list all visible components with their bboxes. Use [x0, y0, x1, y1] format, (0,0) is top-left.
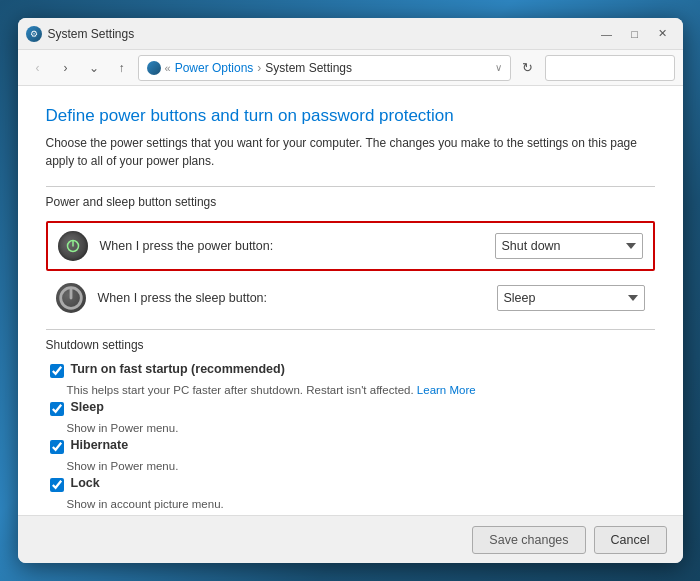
- page-title: Define power buttons and turn on passwor…: [46, 106, 655, 126]
- power-icon: [58, 231, 88, 261]
- fast-startup-checkbox[interactable]: [50, 364, 64, 378]
- window-title: System Settings: [48, 27, 595, 41]
- lock-checkbox-row-container: Lock Show in account picture menu.: [46, 476, 655, 510]
- footer: Save changes Cancel: [18, 515, 683, 563]
- power-button-label: When I press the power button:: [100, 239, 483, 253]
- sleep-checkbox-row-container: Sleep Show in Power menu.: [46, 400, 655, 434]
- fast-startup-checkbox-row: Turn on fast startup (recommended): [50, 362, 655, 378]
- sleep-checkbox[interactable]: [50, 402, 64, 416]
- lock-checkbox[interactable]: [50, 478, 64, 492]
- hibernate-checkbox[interactable]: [50, 440, 64, 454]
- shutdown-settings-title: Shutdown settings: [46, 338, 655, 352]
- sleep-button-select[interactable]: Sleep Do nothing Hibernate Shut down: [497, 285, 645, 311]
- hibernate-sub: Show in Power menu.: [67, 460, 655, 472]
- address-dropdown-icon: ∨: [495, 62, 502, 73]
- power-sleep-section-title: Power and sleep button settings: [46, 195, 655, 209]
- dropdown-button[interactable]: ⌄: [82, 56, 106, 80]
- sleep-label[interactable]: Sleep: [71, 400, 104, 414]
- fast-startup-sub: This helps start your PC faster after sh…: [67, 384, 655, 396]
- breadcrumb-separator: «: [165, 62, 171, 74]
- window-icon: ⚙: [26, 26, 42, 42]
- breadcrumb-power: Power Options: [175, 61, 254, 75]
- minimize-button[interactable]: —: [595, 24, 619, 44]
- lock-sub: Show in account picture menu.: [67, 498, 655, 510]
- sleep-sub: Show in Power menu.: [67, 422, 655, 434]
- save-changes-button[interactable]: Save changes: [472, 526, 585, 554]
- main-window: ⚙ System Settings — □ ✕ ‹ › ⌄ ↑ « Power …: [18, 18, 683, 563]
- hibernate-label[interactable]: Hibernate: [71, 438, 129, 452]
- fast-startup-label[interactable]: Turn on fast startup (recommended): [71, 362, 285, 376]
- breadcrumb-current: System Settings: [265, 61, 352, 75]
- title-bar: ⚙ System Settings — □ ✕: [18, 18, 683, 50]
- hibernate-checkbox-row-container: Hibernate Show in Power menu.: [46, 438, 655, 472]
- lock-checkbox-row: Lock: [50, 476, 655, 492]
- learn-more-link[interactable]: Learn More: [417, 384, 476, 396]
- title-bar-controls: — □ ✕: [595, 24, 675, 44]
- cancel-button[interactable]: Cancel: [594, 526, 667, 554]
- back-button[interactable]: ‹: [26, 56, 50, 80]
- section-divider-2: [46, 329, 655, 330]
- refresh-button[interactable]: ↻: [515, 55, 541, 81]
- sleep-button-row: When I press the sleep button: Sleep Do …: [46, 275, 655, 321]
- sleep-icon: [56, 283, 86, 313]
- up-button[interactable]: ↑: [110, 56, 134, 80]
- hibernate-checkbox-row: Hibernate: [50, 438, 655, 454]
- search-bar: 🔍: [545, 55, 675, 81]
- breadcrumb-arrow: ›: [257, 61, 261, 75]
- power-button-row: When I press the power button: Shut down…: [46, 221, 655, 271]
- forward-button[interactable]: ›: [54, 56, 78, 80]
- section-divider-1: [46, 186, 655, 187]
- sleep-checkbox-row: Sleep: [50, 400, 655, 416]
- address-icon: [147, 61, 161, 75]
- fast-startup-row: Turn on fast startup (recommended) This …: [46, 362, 655, 396]
- close-button[interactable]: ✕: [651, 24, 675, 44]
- nav-bar: ‹ › ⌄ ↑ « Power Options › System Setting…: [18, 50, 683, 86]
- sleep-button-label: When I press the sleep button:: [98, 291, 485, 305]
- power-button-select[interactable]: Shut down Do nothing Sleep Hibernate Tur…: [495, 233, 643, 259]
- address-bar[interactable]: « Power Options › System Settings ∨: [138, 55, 511, 81]
- maximize-button[interactable]: □: [623, 24, 647, 44]
- page-description: Choose the power settings that you want …: [46, 134, 655, 170]
- search-input[interactable]: [552, 61, 683, 75]
- content-area: Define power buttons and turn on passwor…: [18, 86, 683, 515]
- lock-label[interactable]: Lock: [71, 476, 100, 490]
